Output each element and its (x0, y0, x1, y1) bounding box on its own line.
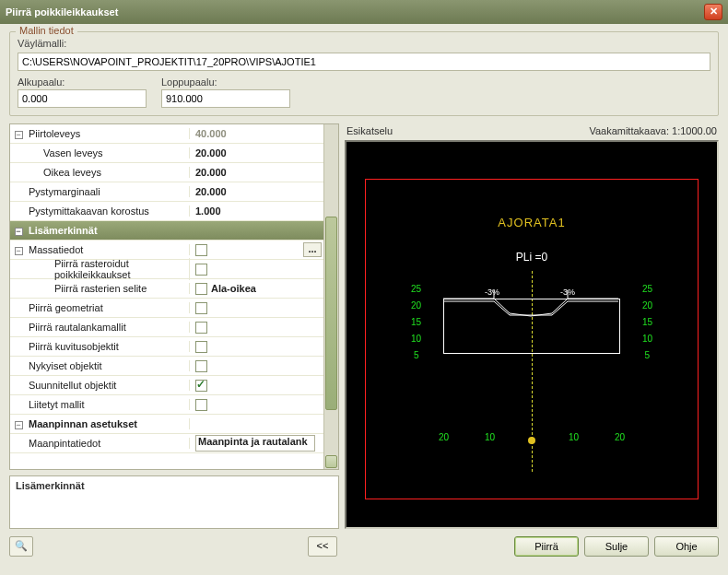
expand-toggle[interactable]: − (10, 418, 27, 429)
expand-toggle[interactable]: − (10, 244, 27, 255)
model-path-input[interactable]: C:\USERS\NOVAPOINT_PROJEKTIT\17_20PRO\VI… (18, 53, 710, 71)
grid-row[interactable]: −Massatiedot... (10, 241, 323, 260)
property-value[interactable] (190, 360, 323, 372)
property-value[interactable]: 20.000 (190, 186, 323, 197)
grid-row[interactable]: Oikea leveys20.000 (10, 163, 323, 182)
grid-row[interactable]: Piirrä rasteroidut poikkileikkaukset (10, 260, 323, 279)
grid-row[interactable]: −Piirtoleveys40.000 (10, 124, 323, 144)
property-value[interactable]: Maanpinta ja rautalank (190, 435, 323, 452)
checkbox[interactable] (195, 244, 207, 256)
checkbox[interactable] (195, 264, 207, 276)
browse-button[interactable]: ... (303, 242, 322, 257)
draw-button[interactable]: Piirrä (514, 536, 579, 557)
window-title: Piirrä poikkileikkaukset (6, 6, 704, 18)
checkbox[interactable] (195, 360, 207, 372)
grid-row[interactable]: MaanpintatiedotMaanpinta ja rautalank (10, 434, 323, 453)
grid-row[interactable]: Suunnitellut objektit (10, 376, 323, 395)
zero-marker (528, 437, 535, 444)
scrollbar[interactable] (323, 124, 338, 469)
checkbox[interactable] (195, 322, 207, 334)
end-stake-input[interactable]: 910.000 (161, 89, 290, 108)
checkbox[interactable] (195, 380, 207, 392)
zoom-icon[interactable]: 🔍 (9, 536, 33, 557)
property-value[interactable]: 20.000 (190, 147, 323, 158)
property-value[interactable] (190, 399, 323, 411)
property-name: Vasen leveys (27, 147, 190, 158)
scrollbar-thumb[interactable] (325, 217, 337, 410)
end-label: Loppupaalu: (161, 76, 290, 88)
expand-toggle[interactable]: − (10, 128, 27, 139)
road-profile (443, 288, 618, 324)
property-name: Maanpintatiedot (27, 438, 190, 449)
help-button[interactable]: Ohje (654, 536, 719, 557)
grid-row[interactable]: Pystymittakaavan korostus1.000 (10, 202, 323, 221)
expand-toggle[interactable]: − (10, 225, 27, 236)
grid-row[interactable]: Piirrä rautalankamallit (10, 318, 323, 337)
property-name: Piirrä rasterien selite (27, 283, 190, 294)
grid-row[interactable]: Liitetyt mallit (10, 395, 323, 415)
property-name: Piirrä geometriat (27, 302, 190, 313)
preview-canvas: AJORATA1 PLi =0 -3% -3% 25 20 15 10 5 25… (345, 140, 719, 529)
property-value[interactable]: 20.000 (190, 167, 323, 178)
path-label: Väylämalli: (18, 38, 710, 49)
grid-row[interactable]: Vasen leveys20.000 (10, 144, 323, 163)
fieldset-legend: Mallin tiedot (16, 25, 77, 36)
description-box: Lisämerkinnät (9, 475, 339, 529)
property-name: Lisämerkinnät (27, 225, 190, 236)
property-name: Piirtoleveys (27, 128, 190, 139)
property-name: Pystymittakaavan korostus (27, 205, 190, 217)
property-name: Oikea leveys (27, 167, 190, 178)
title-bar: Piirrä poikkileikkaukset ✕ (0, 0, 728, 24)
description-title: Lisämerkinnät (16, 480, 85, 491)
checkbox[interactable] (195, 341, 207, 353)
grid-row[interactable]: Piirrä geometriat (10, 299, 323, 318)
property-value[interactable]: Ala-oikea (190, 283, 323, 295)
grid-row[interactable]: −Lisämerkinnät (10, 221, 323, 241)
grid-row[interactable]: Pystymarginaali20.000 (10, 182, 323, 202)
checkbox[interactable] (195, 302, 207, 314)
grid-row[interactable]: Piirrä rasterien seliteAla-oikea (10, 279, 323, 299)
grid-row[interactable]: −Maanpinnan asetukset (10, 415, 323, 434)
property-value[interactable]: 1.000 (190, 205, 323, 217)
preview-label: Esikatselu (346, 125, 393, 136)
property-value[interactable]: ... (190, 242, 323, 257)
dropdown[interactable]: Maanpinta ja rautalank (195, 435, 315, 452)
start-label: Alkupaalu: (18, 76, 147, 88)
scrollbar-down-icon[interactable] (325, 455, 337, 468)
property-name: Piirrä kuvitusobjektit (27, 341, 190, 352)
property-name: Suunnitellut objektit (27, 380, 190, 391)
preview-title-1: AJORATA1 (346, 216, 717, 229)
grid-row[interactable]: Piirrä kuvitusobjektit (10, 337, 323, 357)
property-value[interactable]: 40.000 (190, 128, 323, 139)
scale-label: Vaakamittakaava: 1:1000.00 (589, 125, 717, 136)
checkbox[interactable] (195, 283, 207, 295)
close-icon[interactable]: ✕ (704, 4, 722, 20)
property-value[interactable] (190, 302, 323, 314)
bottom-bar: 🔍 << Piirrä Sulje Ohje (0, 529, 728, 564)
property-value[interactable] (190, 264, 323, 276)
collapse-button[interactable]: << (308, 536, 337, 557)
property-grid[interactable]: −Piirtoleveys40.000Vasen leveys20.000Oik… (9, 123, 339, 470)
preview-title-2: PLi =0 (346, 251, 717, 264)
property-name: Nykyiset objektit (27, 360, 190, 371)
property-name: Massatiedot (27, 244, 190, 255)
property-name: Piirrä rasteroidut poikkileikkaukset (27, 258, 190, 280)
property-name: Piirrä rautalankamallit (27, 322, 190, 333)
grid-row[interactable]: Nykyiset objektit (10, 357, 323, 376)
checkbox[interactable] (195, 399, 207, 411)
property-name: Pystymarginaali (27, 186, 190, 197)
property-value[interactable] (190, 341, 323, 353)
property-value[interactable] (190, 322, 323, 334)
start-stake-input[interactable]: 0.000 (18, 89, 147, 108)
model-info-section: Mallin tiedot Väylämalli: C:\USERS\NOVAP… (0, 24, 728, 123)
property-name: Liitetyt mallit (27, 399, 190, 410)
property-value[interactable] (190, 380, 323, 392)
property-name: Maanpinnan asetukset (27, 418, 190, 429)
close-button[interactable]: Sulje (584, 536, 649, 557)
